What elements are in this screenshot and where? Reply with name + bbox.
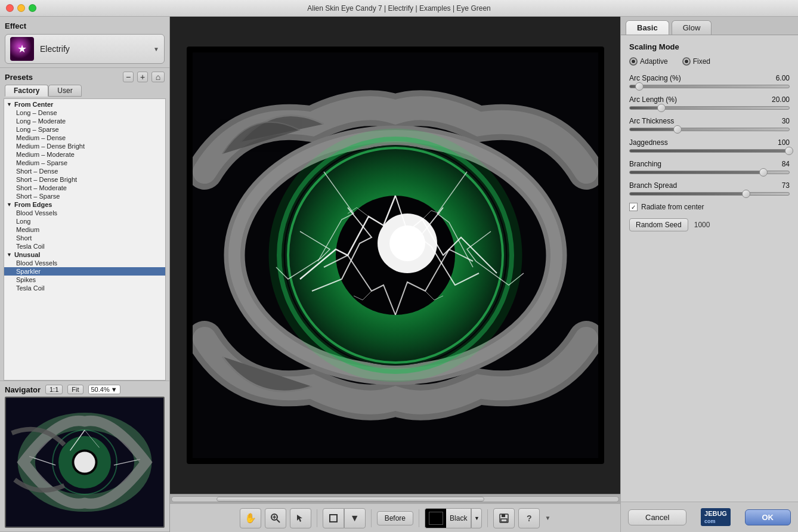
list-item[interactable]: Long – Sparse: [4, 125, 165, 134]
color-dropdown-button[interactable]: ▼: [471, 508, 482, 528]
hand-tool-button[interactable]: ✋: [240, 508, 261, 528]
list-item[interactable]: Medium – Moderate: [4, 150, 165, 159]
arc-thickness-slider-row: Arc Thickness 30: [629, 117, 790, 131]
jaggedness-thumb[interactable]: [785, 147, 793, 155]
radio-fixed[interactable]: Fixed: [682, 57, 710, 66]
radiate-checkbox-row[interactable]: ✓ Radiate from center: [629, 203, 790, 211]
zoom-fit-button[interactable]: Fit: [67, 385, 83, 394]
toolbar-separator: [487, 509, 488, 527]
list-item[interactable]: Medium – Dense: [4, 134, 165, 142]
arc-thickness-thumb[interactable]: [673, 125, 682, 134]
canvas-container[interactable]: [170, 17, 620, 494]
electrify-icon: [10, 37, 34, 61]
arc-length-label: Arc Length (%): [629, 95, 677, 104]
color-swatch[interactable]: [425, 508, 446, 528]
select-tool-button[interactable]: [290, 508, 311, 528]
shape-dropdown-button[interactable]: ▼: [344, 508, 366, 528]
arc-spacing-thumb[interactable]: [635, 82, 644, 91]
list-item[interactable]: Medium – Dense Bright: [4, 142, 165, 150]
list-item[interactable]: Short – Dense: [4, 167, 165, 175]
tab-factory[interactable]: Factory: [5, 85, 48, 97]
arc-spacing-slider-row: Arc Spacing (%) 6.00: [629, 74, 790, 88]
branching-thumb[interactable]: [759, 168, 768, 177]
list-item[interactable]: Blood Vessels: [4, 259, 165, 267]
branch-spread-slider-row: Branch Spread 73: [629, 181, 790, 196]
cancel-button[interactable]: Cancel: [628, 509, 686, 525]
list-item[interactable]: Blood Vessels: [4, 209, 165, 217]
group-unusual[interactable]: ▼ Unusual: [4, 250, 165, 259]
list-item[interactable]: Medium: [4, 225, 165, 234]
main-layout: Effect Electrify ▼ Presets − + ⌂ Factory…: [0, 17, 798, 532]
radio-adaptive[interactable]: Adaptive: [629, 57, 668, 66]
list-item[interactable]: Tesla Coil: [4, 284, 165, 292]
save-button[interactable]: [493, 508, 515, 528]
list-item[interactable]: Tesla Coil: [4, 242, 165, 250]
list-item[interactable]: Medium – Sparse: [4, 159, 165, 167]
arc-length-track[interactable]: [629, 106, 790, 110]
close-button[interactable]: [6, 4, 14, 12]
zoom-1-1-button[interactable]: 1:1: [45, 385, 63, 394]
main-canvas: [193, 52, 598, 458]
toolbar-separator: [317, 509, 317, 527]
random-seed-button[interactable]: Random Seed: [629, 218, 688, 231]
list-item[interactable]: Short – Dense Bright: [4, 175, 165, 184]
list-item-sparkler[interactable]: Sparkler: [4, 267, 165, 276]
group-from-center[interactable]: ▼ From Center: [4, 100, 165, 109]
right-panel: Basic Glow Scaling Mode Adaptive Fixed: [620, 17, 798, 532]
tab-basic[interactable]: Basic: [626, 20, 669, 35]
arc-length-slider-row: Arc Length (%) 20.00: [629, 95, 790, 110]
branch-spread-thumb[interactable]: [742, 190, 750, 198]
minimize-button[interactable]: [17, 4, 25, 12]
arc-length-fill: [630, 107, 661, 109]
radiate-label: Radiate from center: [641, 203, 704, 211]
zoom-tool-button[interactable]: [265, 508, 286, 528]
right-footer: Cancel JEBUGcom OK: [621, 502, 798, 532]
list-item[interactable]: Spikes: [4, 276, 165, 284]
before-button[interactable]: Before: [377, 511, 413, 525]
tab-glow[interactable]: Glow: [672, 20, 712, 35]
zoom-dropdown[interactable]: 50.4% ▼: [88, 385, 120, 394]
presets-controls: − + ⌂: [123, 72, 165, 82]
presets-plus-button[interactable]: +: [137, 72, 148, 82]
arc-thickness-fill: [630, 128, 678, 131]
horizontal-scrollbar-thumb[interactable]: [216, 497, 484, 502]
list-item[interactable]: Long: [4, 217, 165, 225]
presets-minus-button[interactable]: −: [123, 72, 134, 82]
list-item[interactable]: Long – Dense: [4, 109, 165, 117]
maximize-button[interactable]: [29, 4, 36, 12]
jaggedness-slider-row: Jaggedness 100: [629, 138, 790, 153]
radio-label-adaptive: Adaptive: [640, 57, 668, 66]
list-item[interactable]: Short – Sparse: [4, 192, 165, 200]
arc-spacing-track[interactable]: [629, 85, 790, 88]
chevron-down-icon: ▼: [111, 386, 117, 393]
jaggedness-fill: [630, 150, 789, 152]
jaggedness-value: 100: [766, 138, 790, 147]
color-selector: Black ▼: [425, 508, 482, 528]
navigator-preview[interactable]: [5, 397, 165, 528]
ok-button[interactable]: OK: [745, 509, 791, 525]
radio-label-fixed: Fixed: [693, 57, 710, 66]
svg-point-5: [74, 451, 95, 472]
branching-track[interactable]: [629, 171, 790, 174]
arc-thickness-track[interactable]: [629, 128, 790, 131]
canvas-scrollbar[interactable]: [170, 494, 620, 503]
collapse-arrow-icon: ▼: [7, 202, 12, 208]
navigator-thumbnail: [6, 398, 163, 527]
arc-length-thumb[interactable]: [657, 104, 666, 112]
presets-list[interactable]: ▼ From Center Long – Dense Long – Modera…: [4, 98, 166, 381]
list-item[interactable]: Short – Moderate: [4, 184, 165, 192]
effect-dropdown[interactable]: Electrify ▼: [5, 34, 165, 64]
tab-user[interactable]: User: [48, 85, 81, 97]
presets-home-button[interactable]: ⌂: [151, 72, 165, 82]
arc-thickness-value: 30: [766, 117, 790, 125]
jaggedness-track[interactable]: [629, 149, 790, 153]
radiate-checkbox[interactable]: ✓: [629, 203, 638, 211]
horizontal-scrollbar-track[interactable]: [171, 496, 619, 502]
list-item[interactable]: Long – Moderate: [4, 117, 165, 125]
shape-button[interactable]: [323, 508, 344, 528]
list-item[interactable]: Short: [4, 234, 165, 242]
canvas-area: ✋ ▼: [170, 17, 620, 532]
group-from-edges[interactable]: ▼ From Edges: [4, 200, 165, 209]
help-button[interactable]: ?: [518, 508, 540, 528]
branch-spread-track[interactable]: [629, 192, 790, 196]
